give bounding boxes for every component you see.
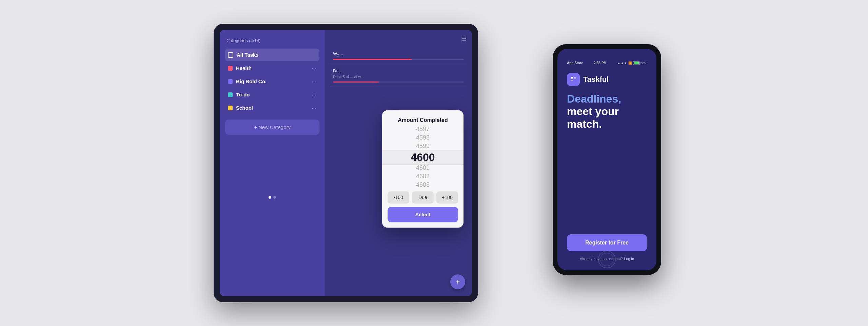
phone-home-button[interactable]: [598, 251, 616, 268]
school-menu-dots[interactable]: ···: [312, 105, 317, 111]
task-item-1[interactable]: Wa...: [330, 47, 467, 64]
modal-quick-buttons: -100 Due +100: [382, 188, 463, 207]
sidebar-item-todo[interactable]: To-do ···: [225, 88, 319, 101]
svg-rect-2: [571, 80, 573, 80]
login-link[interactable]: Log in: [624, 257, 634, 261]
phone-logo-area: Taskful: [567, 73, 647, 86]
todo-menu-dots[interactable]: ···: [312, 92, 317, 97]
bigbold-dot: [228, 79, 233, 84]
page-dots: [225, 196, 319, 199]
wifi-icon: 📶: [628, 61, 632, 65]
bigbold-label: Big Bold Co.: [236, 78, 312, 84]
hamburger-icon[interactable]: ☰: [461, 35, 467, 43]
select-button[interactable]: Select: [388, 207, 458, 222]
task-1-title: Wa...: [333, 51, 464, 56]
picker-num-4601: 4601: [416, 164, 430, 172]
battery-icon: [633, 61, 640, 65]
sidebar-item-bigbold[interactable]: Big Bold Co. ···: [225, 75, 319, 88]
bigbold-menu-dots[interactable]: ···: [312, 79, 317, 84]
register-button[interactable]: Register for Free: [567, 234, 647, 251]
school-dot: [228, 106, 233, 110]
todo-label: To-do: [236, 92, 312, 97]
due-button[interactable]: Due: [412, 191, 434, 203]
tablet-screen: Categories (4/14) All Tasks Health ··· B…: [220, 30, 472, 296]
phone-headline: Deadlines, meet your match.: [567, 93, 647, 130]
health-label: Health: [236, 65, 312, 71]
phone-spacer: [567, 138, 647, 234]
minus-100-button[interactable]: -100: [388, 191, 409, 203]
svg-rect-1: [571, 78, 573, 79]
sidebar-header: Categories (4/14): [225, 35, 319, 49]
task-item-2[interactable]: Dri... Drink 5 of ... of w...: [330, 64, 467, 87]
taskful-logo-icon: [567, 73, 580, 86]
health-menu-dots[interactable]: ···: [312, 66, 317, 71]
status-app-store: App Store: [567, 61, 583, 65]
battery-percent: 85%: [641, 61, 647, 65]
battery-tip: [640, 62, 640, 64]
svg-rect-0: [571, 77, 573, 78]
tablet-main-header: ☰: [330, 35, 467, 47]
task-1-progress: [333, 59, 464, 60]
todo-dot: [228, 92, 233, 97]
svg-rect-4: [574, 78, 576, 79]
task-2-title: Dri...: [333, 68, 464, 73]
modal-title: Amount Completed: [382, 110, 463, 127]
tablet-main: ☰ Wa... Dri... Drink 5 of ... of w...: [325, 30, 472, 296]
tablet-device: Categories (4/14) All Tasks Health ··· B…: [214, 24, 478, 302]
phone-screen: App Store 2:33 PM ▲▲▲ 📶 85%: [557, 49, 656, 270]
sidebar-item-all-tasks[interactable]: All Tasks: [225, 49, 319, 61]
picker-num-4597: 4597: [416, 127, 430, 133]
signal-icon: ▲▲▲: [617, 61, 627, 65]
all-tasks-label: All Tasks: [237, 52, 317, 58]
task-2-sub: Drink 5 of ... of w...: [333, 75, 464, 79]
new-category-button[interactable]: + New Category: [225, 120, 319, 135]
phone-device: App Store 2:33 PM ▲▲▲ 📶 85%: [553, 44, 661, 275]
status-right-icons: ▲▲▲ 📶 85%: [617, 61, 647, 65]
page-dot-2: [273, 196, 276, 199]
taskful-logo-text: Taskful: [583, 75, 609, 84]
sidebar-item-school[interactable]: School ···: [225, 102, 319, 114]
picker-numbers: 4597 4598 4599 4600 4601 4602 4603: [411, 127, 435, 188]
all-tasks-checkbox: [228, 52, 233, 58]
home-button-inner: [600, 253, 614, 266]
picker-num-4600-selected: 4600: [411, 151, 435, 164]
picker-num-4599: 4599: [416, 142, 430, 151]
picker-num-4603: 4603: [416, 181, 430, 188]
headline-white: meet your match.: [567, 105, 619, 130]
amount-modal: Amount Completed 4597 4598 4599 4600 460…: [382, 110, 463, 228]
health-dot: [228, 66, 233, 71]
school-label: School: [236, 105, 312, 111]
svg-rect-3: [574, 77, 576, 78]
headline-accent: Deadlines,: [567, 93, 621, 105]
tablet-sidebar: Categories (4/14) All Tasks Health ··· B…: [220, 30, 325, 296]
plus-100-button[interactable]: +100: [436, 191, 458, 203]
picker-num-4598: 4598: [416, 134, 430, 142]
sidebar-item-health[interactable]: Health ···: [225, 62, 319, 74]
page-dot-1: [269, 196, 271, 199]
phone-status-bar: App Store 2:33 PM ▲▲▲ 📶 85%: [567, 61, 647, 65]
number-picker[interactable]: 4597 4598 4599 4600 4601 4602 4603: [382, 127, 463, 188]
task-2-progress: [333, 82, 464, 83]
battery-fill: [634, 62, 639, 64]
add-fab[interactable]: +: [450, 274, 465, 289]
status-time: 2:33 PM: [594, 61, 607, 65]
picker-num-4602: 4602: [416, 173, 430, 181]
scene: Categories (4/14) All Tasks Health ··· B…: [214, 17, 654, 309]
